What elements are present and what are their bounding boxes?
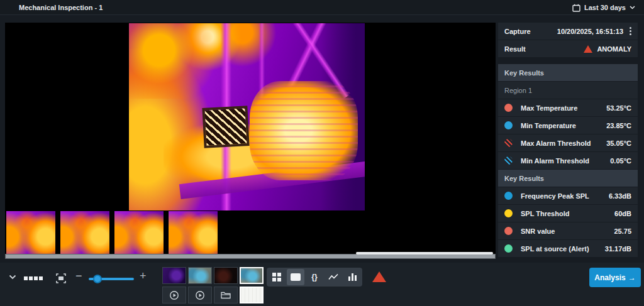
zoom-slider-thumb[interactable]: [93, 275, 102, 283]
max-temperature-dot-icon: [504, 104, 513, 112]
horizontal-scrollbar[interactable]: [5, 254, 496, 259]
min-alarm-threshold-icon: [504, 156, 513, 165]
key-result-label: Max Alarm Threshold: [521, 139, 591, 147]
region-label: Region 1: [504, 87, 532, 94]
capture-timestamp: 10/20/2025, 16:51:13: [557, 28, 623, 35]
filmstrip-dots-icon[interactable]: [24, 276, 43, 280]
thermal-hatched-plate: [202, 106, 249, 148]
key-result-label: SNR value: [521, 227, 555, 235]
warning-triangle-icon: [584, 45, 592, 53]
zoom-out-button[interactable]: −: [75, 270, 82, 283]
play-circle-icon: [195, 290, 205, 300]
spl-at-source-dot-icon: [504, 244, 513, 253]
chevron-down-icon: [630, 6, 635, 9]
key-result-row: Min Temperature 23.85°C: [498, 117, 638, 134]
key-results-header: Key Results: [498, 170, 638, 187]
key-result-row: SPL Threshold 60dB: [498, 205, 638, 222]
kebab-menu-icon[interactable]: [630, 27, 631, 35]
zoom-slider[interactable]: [89, 278, 134, 280]
date-range-selector[interactable]: Last 30 days: [572, 0, 635, 15]
filmstrip: [6, 211, 218, 255]
key-result-row: SNR value 25.75: [498, 222, 638, 239]
key-result-label: SPL at source (Alert): [521, 245, 589, 253]
key-result-value: 23.85°C: [606, 122, 631, 129]
braces-view-icon[interactable]: {}: [306, 269, 323, 285]
key-result-value: 35.05°C: [606, 139, 631, 147]
analysis-button[interactable]: Analysis →: [589, 268, 641, 287]
results-panel: Capture 10/20/2025, 16:51:13 Result ANOM…: [498, 23, 638, 258]
view-mode-toggle-group: {}: [267, 268, 362, 287]
capture-row: Capture 10/20/2025, 16:51:13: [498, 23, 638, 40]
filmstrip-thumbnail[interactable]: [169, 211, 218, 255]
section-header-label: Key Results: [504, 69, 544, 77]
result-row: Result ANOMALY: [498, 40, 638, 57]
spl-threshold-dot-icon: [504, 209, 513, 217]
snr-value-dot-icon: [504, 227, 513, 235]
key-result-row: Max Temperature 53.25°C: [498, 99, 638, 116]
zoom-in-button[interactable]: +: [140, 270, 147, 283]
folder-icon: [221, 291, 231, 299]
thermal-motor-hotspot: [250, 81, 358, 180]
single-view-icon[interactable]: [287, 269, 304, 285]
key-result-value: 53.25°C: [606, 104, 631, 112]
page-title: Mechanical Inspection - 1: [19, 4, 103, 11]
min-temperature-dot-icon: [504, 121, 513, 129]
capture-thumbnail-video[interactable]: [188, 287, 212, 303]
key-result-label: Frequency Peak SPL: [521, 192, 589, 200]
key-result-row: Frequency Peak SPL 6.33dB: [498, 187, 638, 204]
capture-thumbnail-video[interactable]: [162, 287, 186, 303]
filmstrip-thumbnail[interactable]: [6, 211, 55, 255]
capture-thumbnail-folder[interactable]: [214, 287, 238, 303]
key-result-label: Max Temperature: [521, 104, 577, 112]
max-alarm-threshold-icon: [504, 139, 513, 147]
key-result-value: 6.33dB: [609, 192, 631, 200]
result-label: Result: [504, 45, 526, 53]
calendar-icon: [572, 4, 580, 12]
section-header-label: Key Results: [504, 175, 544, 182]
capture-thumbnail-photo[interactable]: [188, 267, 212, 284]
key-result-label: SPL Threshold: [521, 210, 569, 217]
capture-thumbnail-thermal[interactable]: [162, 267, 186, 284]
fit-to-screen-icon[interactable]: [55, 273, 67, 284]
image-viewer-canvas: [5, 23, 496, 259]
result-status-badge: ANOMALY: [597, 45, 631, 53]
capture-label: Capture: [504, 28, 531, 35]
line-chart-view-icon[interactable]: [325, 269, 342, 285]
key-result-label: Min Alarm Threshold: [521, 157, 589, 165]
key-result-row: SPL at source (Alert) 31.17dB: [498, 240, 638, 257]
play-circle-icon: [169, 290, 179, 300]
filmstrip-thumbnail[interactable]: [114, 211, 164, 255]
key-result-value: 60dB: [614, 210, 631, 217]
date-range-label: Last 30 days: [584, 4, 626, 11]
analysis-button-label: Analysis: [594, 273, 625, 282]
capture-thumbnail-photo-selected[interactable]: [240, 267, 264, 284]
bar-chart-view-icon[interactable]: [343, 269, 361, 285]
anomaly-indicator-icon[interactable]: [372, 271, 386, 282]
key-results-header: Key Results: [498, 64, 638, 81]
app-window: Mechanical Inspection - 1 Last 30 days: [0, 0, 644, 306]
capture-thumbnail-grid: [162, 267, 264, 303]
key-result-value: 0.05°C: [610, 157, 631, 165]
capture-thumbnail-spectrogram-selected[interactable]: [240, 287, 264, 303]
chevron-down-icon[interactable]: [9, 275, 16, 280]
top-bar: Mechanical Inspection - 1 Last 30 days: [0, 0, 644, 15]
key-result-row: Min Alarm Threshold 0.05°C: [498, 152, 638, 169]
key-result-value: 25.75: [614, 227, 631, 235]
key-result-row: Max Alarm Threshold 35.05°C: [498, 134, 638, 151]
grid-view-icon[interactable]: [268, 269, 286, 285]
result-value-wrap: ANOMALY: [584, 45, 631, 53]
bottom-toolbar: − +: [0, 263, 644, 306]
scrollbar-thumb[interactable]: [356, 252, 493, 254]
filmstrip-thumbnail[interactable]: [60, 211, 109, 255]
key-result-label: Min Temperature: [521, 122, 576, 129]
frequency-peak-spl-dot-icon: [504, 192, 513, 200]
region-subheader: Region 1: [498, 82, 638, 99]
key-result-value: 31.17dB: [605, 245, 631, 253]
thermal-hot-region-top: [129, 23, 280, 99]
capture-thumbnail-dark[interactable]: [214, 267, 238, 284]
thermal-main-image[interactable]: [129, 23, 365, 210]
arrow-right-icon: →: [628, 273, 636, 282]
